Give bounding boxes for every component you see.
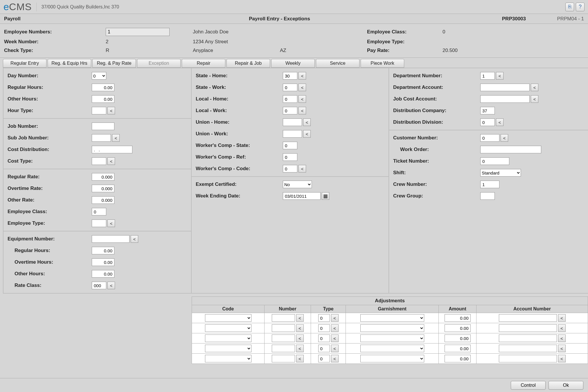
jc-account-lookup[interactable]: < — [531, 95, 538, 103]
state-work-lookup[interactable]: < — [299, 84, 306, 91]
union-work-input[interactable] — [283, 130, 302, 138]
crew-group-input[interactable] — [480, 192, 495, 200]
dept-number-lookup[interactable]: < — [496, 72, 504, 80]
eq-other-hours-input[interactable] — [92, 270, 114, 278]
calendar-icon[interactable]: ▦ — [322, 192, 329, 200]
job-number-input[interactable] — [92, 123, 114, 130]
adj-garn-select[interactable] — [360, 335, 424, 342]
export-button[interactable]: ⎘ — [565, 3, 574, 11]
dist-division-input[interactable] — [480, 118, 495, 126]
adj-number-lookup[interactable]: < — [296, 314, 304, 322]
other-hours-input[interactable] — [92, 95, 114, 103]
regular-rate-input[interactable] — [92, 173, 114, 181]
adj-type-input[interactable] — [318, 355, 330, 362]
cost-type-lookup[interactable]: < — [107, 157, 115, 165]
state-home-input[interactable] — [283, 72, 297, 80]
adj-amount-input[interactable] — [445, 345, 471, 352]
wc-ref-input[interactable] — [283, 153, 297, 161]
work-order-input[interactable] — [480, 146, 541, 153]
wc-code-input[interactable] — [283, 165, 297, 172]
emp-number-input[interactable] — [106, 28, 170, 36]
adj-acct-lookup[interactable]: < — [558, 345, 566, 352]
adj-type-lookup[interactable]: < — [331, 355, 339, 362]
emp-type-lookup[interactable]: < — [107, 220, 115, 227]
adj-number-input[interactable] — [272, 345, 295, 352]
eq-ot-hours-input[interactable] — [92, 258, 114, 266]
local-work-lookup[interactable]: < — [299, 107, 306, 114]
local-home-input[interactable] — [283, 95, 297, 103]
emp-type-input[interactable] — [92, 220, 106, 227]
day-number-select[interactable]: 0 — [92, 72, 106, 80]
adj-acct-lookup[interactable]: < — [558, 324, 566, 332]
state-home-lookup[interactable]: < — [299, 72, 306, 80]
regular-hours-input[interactable] — [92, 84, 114, 91]
exempt-certified-select[interactable]: No — [283, 181, 312, 188]
sub-job-lookup[interactable]: < — [112, 134, 120, 142]
adj-type-lookup[interactable]: < — [331, 335, 339, 342]
adj-amount-input[interactable] — [445, 314, 471, 322]
customer-number-lookup[interactable]: < — [501, 134, 508, 142]
state-work-input[interactable] — [283, 84, 297, 91]
adj-number-input[interactable] — [272, 355, 295, 362]
adj-acct-input[interactable] — [499, 324, 557, 332]
tab-exception[interactable]: Exception — [137, 59, 181, 68]
overtime-rate-input[interactable] — [92, 185, 114, 192]
dist-division-lookup[interactable]: < — [496, 118, 504, 126]
adj-type-input[interactable] — [318, 314, 330, 322]
rate-class-input[interactable] — [92, 282, 106, 289]
emp-class-input[interactable] — [92, 208, 106, 215]
union-home-lookup[interactable]: < — [303, 118, 311, 126]
tab-repair-job[interactable]: Repair & Job — [226, 59, 270, 68]
adj-type-lookup[interactable]: < — [331, 345, 339, 352]
union-work-lookup[interactable]: < — [303, 130, 311, 138]
crew-number-input[interactable] — [480, 181, 499, 188]
adj-number-input[interactable] — [272, 335, 295, 342]
week-ending-input[interactable] — [283, 192, 321, 200]
other-rate-input[interactable] — [92, 196, 114, 204]
adj-number-lookup[interactable]: < — [296, 324, 304, 332]
union-home-input[interactable] — [283, 118, 302, 126]
wc-code-lookup[interactable]: < — [299, 165, 306, 172]
adj-code-select[interactable] — [205, 345, 251, 352]
adj-type-input[interactable] — [318, 335, 330, 342]
customer-number-input[interactable] — [480, 134, 499, 142]
jc-account-input[interactable] — [480, 95, 530, 103]
adj-acct-input[interactable] — [499, 335, 557, 342]
tab-regular-entry[interactable]: Regular Entry — [3, 59, 46, 68]
adj-number-lookup[interactable]: < — [296, 335, 304, 342]
cost-type-input[interactable] — [92, 157, 106, 165]
adj-type-lookup[interactable]: < — [331, 314, 339, 322]
adj-type-input[interactable] — [318, 324, 330, 332]
adj-amount-input[interactable] — [445, 324, 471, 332]
adj-garn-select[interactable] — [360, 355, 424, 362]
tab-repair[interactable]: Repair — [182, 59, 225, 68]
dept-account-input[interactable] — [480, 84, 530, 91]
sub-job-number-input[interactable] — [92, 134, 111, 142]
adj-code-select[interactable] — [205, 314, 251, 322]
tab-weekly[interactable]: Weekly — [271, 59, 315, 68]
adj-acct-input[interactable] — [499, 355, 557, 362]
adj-code-select[interactable] — [205, 355, 251, 362]
local-home-lookup[interactable]: < — [299, 95, 306, 103]
adj-code-select[interactable] — [205, 335, 251, 342]
ticket-number-input[interactable] — [480, 157, 509, 165]
tab-reg-pay-rate[interactable]: Reg. & Pay Rate — [92, 59, 136, 68]
adj-amount-input[interactable] — [445, 355, 471, 362]
rate-class-lookup[interactable]: < — [107, 282, 115, 289]
adj-amount-input[interactable] — [445, 335, 471, 342]
adj-number-lookup[interactable]: < — [296, 355, 304, 362]
adj-acct-input[interactable] — [499, 345, 557, 352]
tab-service[interactable]: Service — [316, 59, 359, 68]
equip-number-lookup[interactable]: < — [131, 235, 138, 243]
adj-type-input[interactable] — [318, 345, 330, 352]
adj-number-lookup[interactable]: < — [296, 345, 304, 352]
adj-number-input[interactable] — [272, 324, 295, 332]
dept-account-lookup[interactable]: < — [531, 84, 538, 91]
local-work-input[interactable] — [283, 107, 297, 114]
shift-select[interactable]: Standard — [480, 169, 521, 177]
adj-type-lookup[interactable]: < — [331, 324, 339, 332]
cost-dist-input[interactable] — [92, 146, 132, 153]
adj-garn-select[interactable] — [360, 314, 424, 322]
adj-code-select[interactable] — [205, 324, 251, 332]
adj-garn-select[interactable] — [360, 324, 424, 332]
